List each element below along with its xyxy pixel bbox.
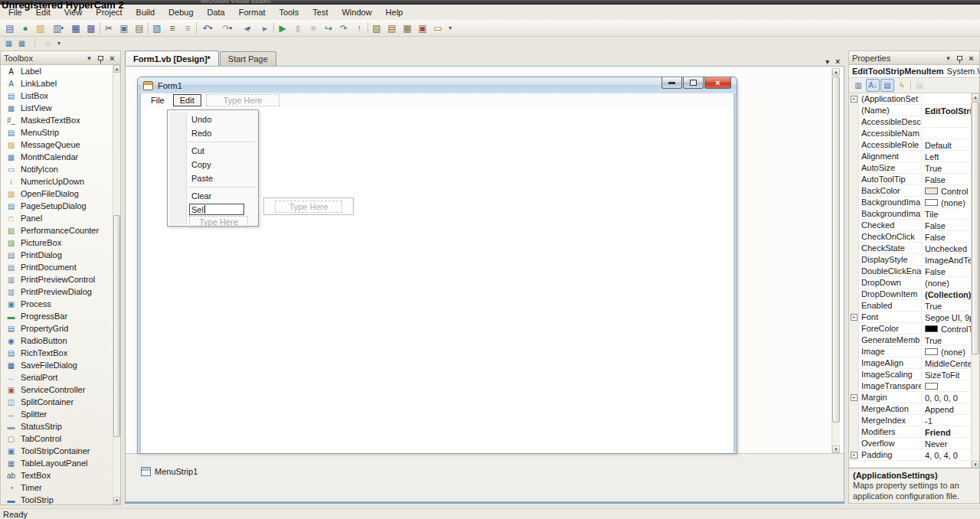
submenu-placeholder-box[interactable]: Type Here	[263, 197, 354, 215]
property-row[interactable]: + Margin 0, 0, 0, 0	[849, 392, 979, 403]
toolbar-icon[interactable]: ▭ ▾	[430, 21, 446, 35]
toolbar-overflow-icon[interactable]: ▾	[57, 40, 60, 47]
property-row[interactable]: + Modifiers Friend	[849, 426, 979, 438]
menu-row[interactable]: Redo	[168, 126, 258, 140]
item-text-editor[interactable]: Sel	[189, 204, 244, 215]
toolbox-item[interactable]: ▢ TabControl	[2, 432, 112, 445]
close-icon[interactable]: ×	[835, 57, 840, 66]
chevron-down-icon[interactable]: ▾	[84, 53, 94, 63]
menu-row[interactable]: Cut	[168, 144, 258, 158]
toolbar-overflow-icon[interactable]: ▾	[449, 24, 452, 31]
toolbar-icon[interactable]: ● ▾	[18, 21, 33, 35]
toolbox-item[interactable]: ▣ ToolStripContainer	[2, 445, 112, 457]
property-row[interactable]: + GenerateMemb True	[849, 335, 979, 346]
menu-row[interactable]: Copy	[168, 158, 258, 171]
toolbar-icon[interactable]: ▨ ▾	[33, 21, 48, 35]
menu-item[interactable]: Window	[335, 6, 378, 18]
toolbox-item[interactable]: □ Panel	[2, 212, 112, 224]
menu-row[interactable]: Type Here	[168, 216, 258, 228]
property-row[interactable]: + ImageScaling SizeToFit	[849, 369, 979, 380]
toolbox-item[interactable]: ▦ SaveFileDialog	[2, 359, 112, 371]
property-row[interactable]: + BackColor Control	[849, 185, 979, 197]
object-selector[interactable]: EditToolStripMenuItem System.Wi ▼	[849, 65, 979, 78]
toolbox-scrollbar[interactable]: ▲ ▼	[113, 65, 120, 504]
property-row[interactable]: + Enabled True	[849, 300, 979, 312]
property-row[interactable]: + (ApplicationSet	[849, 93, 979, 105]
toolbox-item[interactable]: ▣ Process	[2, 298, 112, 310]
close-button[interactable]: ×	[704, 77, 731, 89]
property-row[interactable]: + DropDown (none)	[849, 277, 979, 289]
property-row[interactable]: + Alignment Left	[849, 151, 979, 162]
toolbox-item[interactable]: ↔ Splitter	[2, 408, 112, 420]
scrollbar-thumb[interactable]	[972, 102, 979, 354]
property-row[interactable]: + ImageAlign MiddleCenter	[849, 357, 979, 369]
toolbox-item[interactable]: ▬ ProgressBar	[2, 310, 112, 322]
properties-toolbar-icon[interactable]: A↓	[866, 79, 880, 92]
property-row[interactable]: + Image (none)	[849, 346, 979, 357]
toolbar-icon[interactable]: ↪ ▾	[321, 21, 336, 35]
toolbar-icon[interactable]: ▤ ▾	[2, 21, 18, 35]
toolbar-icon[interactable]: ▶ ▾	[275, 21, 290, 35]
property-row[interactable]: + Overflow Never	[849, 438, 979, 449]
properties-toolbar-icon[interactable]: ▤	[880, 79, 894, 92]
property-row[interactable]: + Padding 4, 0, 4, 0	[849, 449, 979, 461]
menustrip-item[interactable]: Type Here	[206, 94, 280, 106]
menustrip-item[interactable]: File	[144, 94, 172, 106]
toolbox-item[interactable]: ▤ RichTextBox	[2, 347, 112, 359]
properties-toolbar-icon[interactable]: ▥	[851, 79, 865, 92]
toolbox-item[interactable]: ◔ Timer	[2, 481, 112, 494]
properties-scrollbar[interactable]: ▲ ▼	[971, 93, 979, 468]
toolbar-icon[interactable]: ↷ ▾	[336, 21, 351, 35]
properties-toolbar-icon[interactable]: ▤	[913, 79, 926, 92]
scroll-down-icon[interactable]: ▼	[832, 446, 840, 453]
property-row[interactable]: + CheckState Unchecked	[849, 243, 979, 254]
toolbox-item[interactable]: ▧ PerformanceCounter	[2, 224, 112, 237]
toolbox-item[interactable]: ↔ SerialPort	[2, 371, 112, 384]
toolbox-item[interactable]: ▦ TableLayoutPanel	[2, 457, 112, 469]
toolbar-icon[interactable]: ▤ ▾	[384, 21, 400, 35]
expand-icon[interactable]: +	[851, 452, 858, 459]
toolbox-item[interactable]: ▤ PrintDocument	[2, 261, 112, 273]
toolbar-icon[interactable]: ▤ ▾	[132, 21, 147, 35]
toolbox-item[interactable]: A LinkLabel	[2, 77, 112, 90]
property-row[interactable]: + DropDownItem (Collection)	[849, 289, 979, 300]
property-row[interactable]: + ImageTranspare	[849, 380, 979, 392]
expand-icon[interactable]: +	[851, 314, 858, 321]
menu-row[interactable]: Paste	[168, 171, 258, 185]
menu-row[interactable]: Clear	[168, 189, 258, 203]
property-row[interactable]: + MergeIndex -1	[849, 415, 979, 426]
close-icon[interactable]: ×	[966, 53, 976, 63]
menu-item[interactable]: Data	[201, 6, 232, 18]
property-row[interactable]: + AutoSize True	[849, 162, 979, 174]
toolbar-icon[interactable]: ▧ ▾	[149, 21, 165, 35]
toolbox-item[interactable]: ▤ MenuStrip	[2, 126, 112, 139]
maximize-button[interactable]	[683, 77, 704, 89]
toolbar-icon[interactable]: ◂ ▾	[237, 21, 257, 35]
menu-row[interactable]: Sel	[168, 203, 258, 216]
menu-item[interactable]: Build	[129, 6, 162, 18]
toolbox-item[interactable]: ▦ ListView	[2, 102, 112, 114]
toolbox-item[interactable]: #_ MaskedTextBox	[2, 114, 112, 126]
expand-icon[interactable]: +	[851, 96, 858, 103]
property-row[interactable]: + Checked False	[849, 220, 979, 231]
property-row[interactable]: + BackgroundIma Tile	[849, 208, 979, 220]
property-row[interactable]: + Font Segoe UI, 9pt	[849, 312, 979, 323]
menu-row[interactable]: Undo	[168, 113, 258, 126]
toolbox-item[interactable]: A Label	[2, 65, 112, 77]
tray-item-menustrip1[interactable]: MenuStrip1	[141, 467, 198, 476]
toolbar-icon[interactable]: ▦ ▾	[68, 21, 83, 35]
toolbar-icon[interactable]: ▦	[15, 38, 28, 49]
toolbox-item[interactable]: ▤ PageSetupDialog	[2, 200, 112, 212]
toolbar-icon[interactable]: ▩ ▾	[83, 21, 99, 35]
toolbox-item[interactable]: ▥ PrintPreviewControl	[2, 273, 112, 286]
toolbox-item[interactable]: ◫ SplitContainer	[2, 396, 112, 408]
menu-item[interactable]: Format	[232, 6, 273, 18]
toolbox-item[interactable]: ▬ StatusStrip	[2, 420, 112, 432]
property-row[interactable]: + AccessibleRole Default	[849, 139, 979, 151]
toolbox-item[interactable]: ▤ ListBox	[2, 90, 112, 102]
menu-item[interactable]: Test	[305, 6, 335, 18]
property-row[interactable]: + AccessibleDescri	[849, 116, 979, 128]
property-row[interactable]: + AutoToolTip False	[849, 174, 979, 185]
menu-item[interactable]: Tools	[273, 6, 306, 18]
toolbar-icon[interactable]: ◇	[41, 38, 54, 49]
